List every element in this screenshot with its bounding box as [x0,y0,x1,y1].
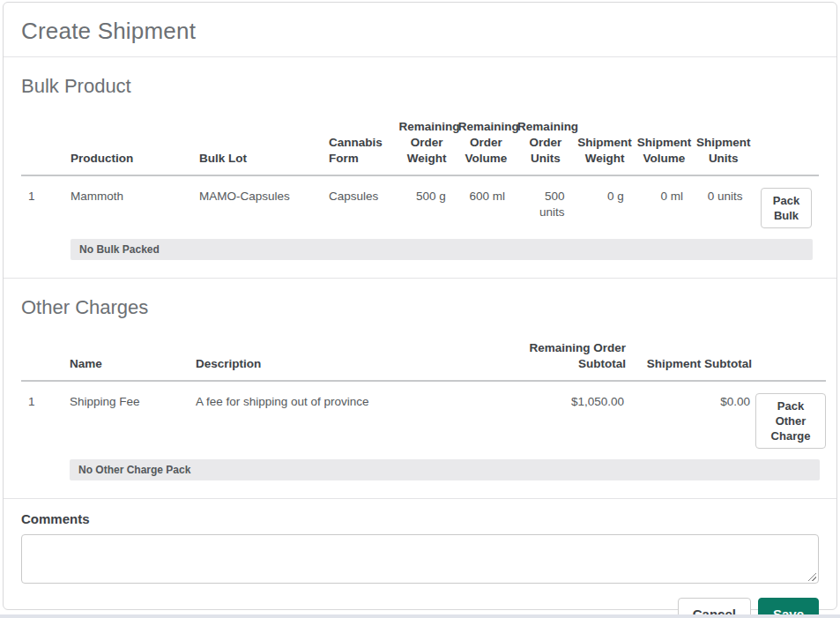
column-header-index [21,340,70,381]
other-charges-title: Other Charges [21,296,819,319]
bulk-product-section: Bulk Product Production Bulk Lot Cannabi… [21,75,819,262]
row-index: 1 [21,381,70,449]
column-header-production: Production [71,119,199,175]
column-header-remaining-order-weight: Remaining Order Weight [397,119,456,175]
page-title: Create Shipment [21,18,819,45]
cell-name: Shipping Fee [70,381,196,449]
column-header-shipment-units: Shipment Units [694,119,753,175]
column-header-remaining-order-units: Remaining Order Units [516,119,575,175]
column-header-shipment-subtotal: Shipment Subtotal [629,340,755,381]
cell-cannabis-form: Capsules [329,175,398,228]
banner-cell: No Bulk Packed [71,228,819,262]
create-shipment-card: Create Shipment Bulk Product Production … [3,2,837,610]
bulk-product-table: Production Bulk Lot Cannabis Form Remain… [21,119,819,262]
other-charges-section: Other Charges Name Description Remaining… [21,296,819,482]
empty-cell [21,449,70,482]
section-divider [4,498,836,499]
bulk-table-row: 1 Mammoth MAMO-Capsules Capsules 500 g 6… [21,175,819,228]
cell-shipment-subtotal: $0.00 [629,381,755,449]
column-header-name: Name [70,340,196,381]
cell-bulk-lot: MAMO-Capsules [199,175,329,228]
bulk-product-title: Bulk Product [21,75,819,98]
column-header-index [21,119,71,175]
bulk-empty-row: No Bulk Packed [21,228,819,262]
cell-bulk-action: Pack Bulk [753,175,819,228]
column-header-cannabis-form: Cannabis Form [329,119,398,175]
charges-empty-row: No Other Charge Pack [21,449,826,482]
cell-shipment-units: 0 units [694,175,753,228]
no-bulk-packed-banner: No Bulk Packed [71,239,813,260]
banner-cell: No Other Charge Pack [70,449,826,482]
page-bottom-strip [0,614,840,618]
card-header: Create Shipment [4,3,836,57]
comments-textarea[interactable] [21,534,819,584]
column-header-charge-actions [755,340,826,381]
comments-label: Comments [21,511,819,526]
column-header-description: Description [196,340,493,381]
cell-shipment-weight: 0 g [575,175,634,228]
pack-other-charge-button[interactable]: Pack Other Charge [755,393,826,449]
column-header-shipment-volume: Shipment Volume [635,119,694,175]
column-header-bulk-lot: Bulk Lot [199,119,329,175]
cell-production: Mammoth [71,175,199,228]
column-header-remaining-order-subtotal: Remaining Order Subtotal [493,340,629,381]
cell-description: A fee for shipping out of province [196,381,493,449]
cell-charge-action: Pack Other Charge [755,381,826,449]
cell-shipment-volume: 0 ml [635,175,694,228]
pack-bulk-button[interactable]: Pack Bulk [761,188,812,228]
cell-remaining-order-volume: 600 ml [457,175,516,228]
footer-actions: Cancel Save [21,584,819,618]
cell-remaining-order-units: 500 units [516,175,575,228]
comments-textarea-wrap [21,534,819,584]
row-index: 1 [21,175,71,228]
comments-section: Comments [21,511,819,584]
column-header-shipment-weight: Shipment Weight [575,119,634,175]
card-body: Bulk Product Production Bulk Lot Cannabi… [4,75,836,618]
charges-header-row: Name Description Remaining Order Subtota… [21,340,826,381]
no-other-charge-pack-banner: No Other Charge Pack [70,459,820,480]
other-charges-table: Name Description Remaining Order Subtota… [21,340,826,482]
bulk-header-row: Production Bulk Lot Cannabis Form Remain… [21,119,819,175]
cell-remaining-order-weight: 500 g [397,175,456,228]
empty-cell [21,228,71,262]
section-divider [4,278,836,279]
column-header-bulk-actions [753,119,819,175]
charges-table-row: 1 Shipping Fee A fee for shipping out of… [21,381,826,449]
cell-remaining-order-subtotal: $1,050.00 [493,381,629,449]
column-header-remaining-order-volume: Remaining Order Volume [457,119,516,175]
